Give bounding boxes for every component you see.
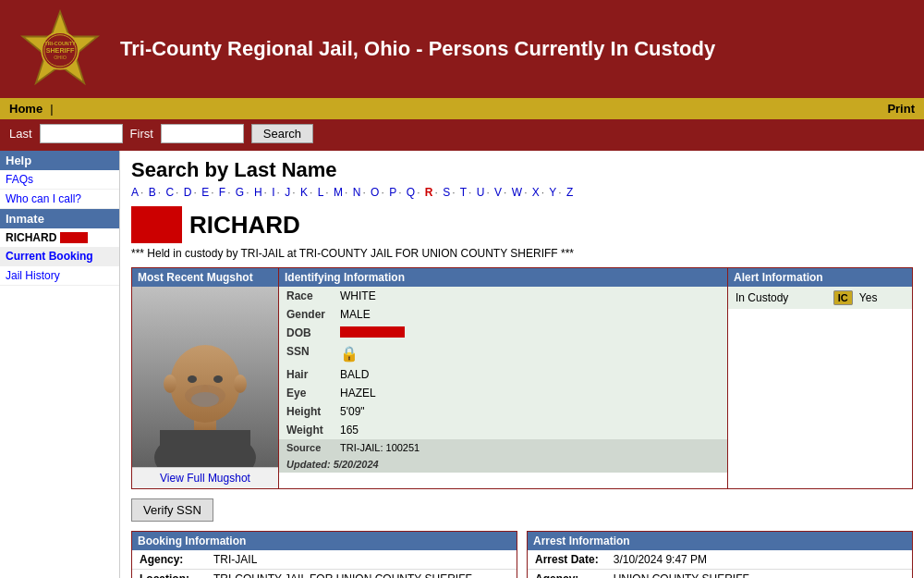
- custody-notice: *** Held in custody by TRI-JAIL at TRI-C…: [131, 247, 913, 260]
- ssn-value: 🔒: [333, 342, 727, 365]
- updated-label: Updated:: [286, 459, 331, 470]
- svg-point-13: [213, 375, 223, 383]
- arrest-section: Arrest Information Arrest Date: 3/10/202…: [527, 531, 913, 578]
- table-row: Agency: UNION COUNTY SHERIFF: [528, 570, 912, 579]
- inmate-name-redacted: [60, 232, 88, 243]
- mugshot-svg: [132, 287, 278, 467]
- alpha-f[interactable]: F: [219, 186, 225, 199]
- sidebar-item-history[interactable]: Jail History: [0, 266, 119, 286]
- table-row: Race WHITE: [279, 287, 727, 305]
- booking-section: Booking Information Agency: TRI-JAIL Loc…: [131, 531, 517, 578]
- svg-rect-9: [160, 430, 250, 467]
- inmate-name-bar: RICHARD: [131, 206, 913, 243]
- info-grid: Most Recent Mugshot: [131, 267, 913, 489]
- eye-value: HAZEL: [333, 384, 727, 402]
- weight-value: 165: [333, 421, 727, 439]
- table-row: SSN 🔒: [279, 342, 727, 365]
- alpha-y[interactable]: Y: [549, 186, 556, 199]
- verify-ssn-button[interactable]: Verify SSN: [131, 498, 213, 522]
- help-section-header: Help: [0, 151, 119, 170]
- alpha-m[interactable]: M: [334, 186, 343, 199]
- alpha-w[interactable]: W: [512, 186, 522, 199]
- alpha-q[interactable]: Q: [407, 186, 415, 199]
- svg-text:OHIO: OHIO: [54, 55, 67, 60]
- last-name-input[interactable]: [40, 124, 123, 143]
- alpha-n[interactable]: N: [353, 186, 361, 199]
- sidebar-item-faq[interactable]: FAQs: [0, 170, 119, 190]
- alert-yes-text: Yes: [859, 291, 878, 304]
- inmate-name-text: RICHARD: [6, 231, 56, 244]
- table-row: Weight 165: [279, 421, 727, 439]
- alpha-g[interactable]: G: [236, 186, 244, 199]
- dob-value: [333, 324, 727, 342]
- alpha-u[interactable]: U: [477, 186, 485, 199]
- main-layout: Help FAQs Who can I call? Inmate RICHARD…: [0, 151, 924, 578]
- table-row: Gender MALE: [279, 305, 727, 324]
- mugshot-section: Most Recent Mugshot: [131, 267, 279, 489]
- alpha-i[interactable]: I: [272, 186, 274, 199]
- hair-label: Hair: [279, 365, 333, 384]
- alpha-t[interactable]: T: [460, 186, 467, 199]
- height-label: Height: [279, 402, 333, 421]
- dob-label: DOB: [279, 324, 333, 342]
- view-mugshot-link[interactable]: View Full Mugshot: [132, 467, 278, 488]
- identifying-header: Identifying Information: [279, 268, 727, 287]
- arrest-header: Arrest Information: [528, 532, 912, 550]
- alpha-p[interactable]: P: [389, 186, 396, 199]
- source-label: Source: [279, 439, 333, 456]
- height-value: 5'09": [333, 402, 727, 421]
- race-label: Race: [279, 287, 333, 305]
- header-title: Tri-County Regional Jail, Ohio - Persons…: [111, 37, 915, 61]
- ssn-label: SSN: [279, 342, 333, 365]
- search-button[interactable]: Search: [251, 124, 313, 143]
- svg-point-12: [188, 375, 197, 383]
- hair-value: BALD: [333, 365, 727, 384]
- table-row: DOB: [279, 324, 727, 342]
- alert-status-text: In Custody: [736, 291, 788, 304]
- alpha-d[interactable]: D: [184, 186, 192, 199]
- svg-point-18: [234, 375, 247, 393]
- alpha-o[interactable]: O: [371, 186, 379, 199]
- mugshot-header: Most Recent Mugshot: [132, 268, 278, 287]
- print-button[interactable]: Print: [887, 102, 915, 116]
- alpha-c[interactable]: C: [165, 186, 174, 199]
- updated-date: 5/20/2024: [334, 459, 379, 470]
- alpha-z[interactable]: Z: [566, 186, 573, 199]
- alpha-x[interactable]: X: [532, 186, 540, 199]
- first-name-input[interactable]: [161, 124, 244, 143]
- alert-status: In Custody: [730, 289, 826, 307]
- alpha-v[interactable]: V: [494, 186, 502, 199]
- eye-label: Eye: [279, 384, 333, 402]
- updated-row: Updated: 5/20/2024: [279, 456, 727, 473]
- arrest-agency-value: UNION COUNTY SHERIFF: [606, 570, 912, 579]
- booking-agency-label: Agency:: [132, 550, 206, 570]
- alpha-b[interactable]: B: [149, 186, 156, 199]
- alpha-h[interactable]: H: [254, 186, 262, 199]
- alpha-j[interactable]: J: [285, 186, 290, 199]
- sidebar-item-who[interactable]: Who can I call?: [0, 190, 119, 209]
- alpha-l[interactable]: L: [318, 186, 324, 199]
- gender-value: MALE: [333, 305, 727, 324]
- race-value: WHITE: [333, 287, 727, 305]
- home-link[interactable]: Home: [9, 102, 43, 116]
- arrest-date-value: 3/10/2024 9:47 PM: [606, 550, 912, 570]
- table-row: Location: TRI-COUNTY JAIL FOR UNION COUN…: [132, 570, 517, 579]
- header-top: TRI-COUNTY SHERIFF OHIO Tri-County Regio…: [0, 0, 924, 98]
- alpha-e[interactable]: E: [201, 186, 209, 199]
- first-label: First: [130, 127, 153, 141]
- inmate-full-name: RICHARD: [189, 211, 300, 240]
- alpha-s[interactable]: S: [443, 186, 450, 199]
- last-label: Last: [9, 127, 32, 141]
- svg-point-11: [170, 345, 240, 423]
- alert-badge-cell: IC Yes: [828, 289, 910, 307]
- sheriff-star-icon: TRI-COUNTY SHERIFF OHIO: [18, 7, 102, 91]
- sidebar-item-booking[interactable]: Current Booking: [0, 247, 119, 266]
- booking-table: Agency: TRI-JAIL Location: TRI-COUNTY JA…: [132, 550, 517, 578]
- mugshot-image: [132, 287, 278, 467]
- alpha-k[interactable]: K: [300, 186, 308, 199]
- dob-redacted: [340, 326, 405, 338]
- arrest-agency-label: Agency:: [528, 570, 606, 579]
- alpha-a[interactable]: A: [131, 186, 139, 199]
- alpha-r[interactable]: R: [425, 186, 433, 199]
- svg-point-16: [185, 385, 225, 407]
